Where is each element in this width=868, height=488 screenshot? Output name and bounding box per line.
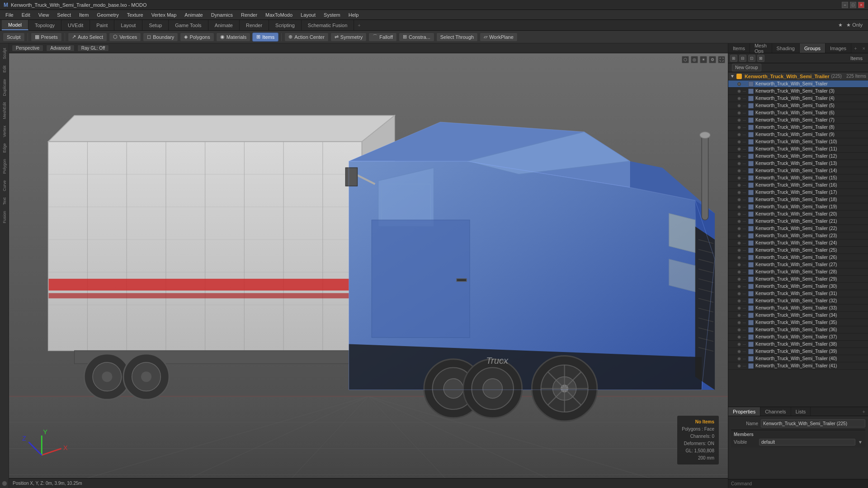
left-tab-polygon[interactable]: Polygon [1, 156, 8, 177]
sculpt-button[interactable]: Sculpt [3, 33, 25, 42]
menu-layout[interactable]: Layout [297, 11, 319, 19]
menu-maxtomodo[interactable]: MaxToModo [262, 11, 296, 19]
maximize-button[interactable]: □ [850, 2, 856, 8]
menu-view[interactable]: View [35, 11, 53, 19]
tab-game-tools[interactable]: Game Tools [169, 20, 208, 30]
work-plane-button[interactable]: ▱ WorkPlane [480, 33, 518, 42]
close-button[interactable]: × [858, 2, 864, 8]
left-tab-meshedit[interactable]: MeshEdit [1, 99, 8, 122]
command-input[interactable] [731, 481, 865, 486]
tree-group-header[interactable]: ▼ Kenworth_Truck_With_Semi_Trailer (225)… [728, 72, 868, 80]
advanced-button[interactable]: Advanced [46, 45, 74, 52]
left-tab-fusion[interactable]: Fusion [1, 208, 8, 226]
rp-tab-mesh-ops[interactable]: Mesh Ops [750, 43, 772, 53]
rp-tab-add-button[interactable]: + [851, 43, 859, 53]
boundary-button[interactable]: ◻ Boundary [143, 33, 178, 42]
tree-item[interactable]: —Kenworth_Truck_With_Semi_Trailer (37) [728, 333, 868, 341]
rp-tab-images[interactable]: Images [826, 43, 851, 53]
tree-item[interactable]: —Kenworth_Truck_With_Semi_Trailer (26) [728, 254, 868, 261]
menu-dynamics[interactable]: Dynamics [208, 11, 236, 19]
menu-vertex-map[interactable]: Vertex Map [148, 11, 180, 19]
items-tool-2[interactable]: ⊟ [739, 55, 746, 62]
polygons-button[interactable]: ◈ Polygons [180, 33, 214, 42]
tree-item[interactable]: —Kenworth_Truck_With_Semi_Trailer (27) [728, 261, 868, 268]
action-center-button[interactable]: ⊕ Action Center [284, 33, 329, 42]
left-tab-curve[interactable]: Curve [1, 178, 8, 194]
tab-animate[interactable]: Animate [208, 20, 240, 30]
tree-item[interactable]: —Kenworth_Truck_With_Semi_Trailer [728, 80, 868, 88]
tab-topology[interactable]: Topology [28, 20, 61, 30]
tree-item[interactable]: —Kenworth_Truck_With_Semi_Trailer (32) [728, 297, 868, 305]
select-through-button[interactable]: Select Through [436, 33, 478, 42]
menu-geometry[interactable]: Geometry [93, 11, 122, 19]
rp-tab-groups[interactable]: Groups [800, 43, 826, 53]
tree-item[interactable]: —Kenworth_Truck_With_Semi_Trailer (33) [728, 305, 868, 312]
minimize-button[interactable]: − [842, 2, 848, 8]
tab-add-button[interactable]: + [354, 20, 364, 30]
tree-item[interactable]: —Kenworth_Truck_With_Semi_Trailer (40) [728, 355, 868, 362]
tree-item[interactable]: —Kenworth_Truck_With_Semi_Trailer (11) [728, 145, 868, 153]
camera-icon[interactable]: ◎ [691, 56, 698, 63]
left-tab-duplicate[interactable]: Duplicate [1, 76, 8, 99]
bt-tab-add-button[interactable]: + [860, 407, 868, 416]
tree-item[interactable]: —Kenworth_Truck_With_Semi_Trailer (38) [728, 341, 868, 348]
menu-render[interactable]: Render [237, 11, 261, 19]
menu-file[interactable]: File [2, 11, 17, 19]
items-tree[interactable]: ▼ Kenworth_Truck_With_Semi_Trailer (225)… [728, 72, 868, 407]
left-tab-sculpt[interactable]: Sculpt [1, 45, 8, 62]
auto-select-button[interactable]: ↗ Auto Select [68, 33, 107, 42]
tab-render[interactable]: Render [240, 20, 269, 30]
falloff-button[interactable]: ⌒ Falloff [368, 33, 397, 42]
tree-item[interactable]: —Kenworth_Truck_With_Semi_Trailer (19) [728, 203, 868, 211]
perspective-button[interactable]: Perspective [12, 45, 43, 52]
tree-item[interactable]: —Kenworth_Truck_With_Semi_Trailer (41) [728, 362, 868, 370]
rp-tab-items[interactable]: Items [728, 43, 750, 53]
tree-item[interactable]: —Kenworth_Truck_With_Semi_Trailer (21) [728, 218, 868, 225]
tree-item[interactable]: —Kenworth_Truck_With_Semi_Trailer (22) [728, 225, 868, 232]
tree-item[interactable]: —Kenworth_Truck_With_Semi_Trailer (7) [728, 117, 868, 124]
tab-uvedit[interactable]: UVEdit [61, 20, 90, 30]
tree-item[interactable]: —Kenworth_Truck_With_Semi_Trailer (25) [728, 247, 868, 254]
tree-item[interactable]: —Kenworth_Truck_With_Semi_Trailer (15) [728, 174, 868, 182]
ray-gl-button[interactable]: Ray GL: Off [77, 45, 109, 52]
tree-item[interactable]: —Kenworth_Truck_With_Semi_Trailer (30) [728, 283, 868, 290]
menu-edit[interactable]: Edit [18, 11, 34, 19]
rp-tab-shading[interactable]: Shading [772, 43, 800, 53]
bt-tab-channels[interactable]: Channels [760, 407, 791, 416]
tree-item[interactable]: —Kenworth_Truck_With_Semi_Trailer (39) [728, 348, 868, 355]
tree-item[interactable]: —Kenworth_Truck_With_Semi_Trailer (36) [728, 326, 868, 333]
viewport-canvas[interactable]: Trucx X Y Z ⬡ ◎ ☀ ⚙ ⛶ [9, 53, 728, 478]
tree-item[interactable]: —Kenworth_Truck_With_Semi_Trailer (31) [728, 290, 868, 297]
bt-tab-lists[interactable]: Lists [791, 407, 811, 416]
tab-model[interactable]: Model [2, 20, 28, 30]
tree-item[interactable]: —Kenworth_Truck_With_Semi_Trailer (35) [728, 319, 868, 326]
menu-system[interactable]: System [320, 11, 344, 19]
tree-item[interactable]: —Kenworth_Truck_With_Semi_Trailer (12) [728, 153, 868, 160]
tree-item[interactable]: —Kenworth_Truck_With_Semi_Trailer (14) [728, 167, 868, 174]
tab-paint[interactable]: Paint [90, 20, 114, 30]
menu-item[interactable]: Item [75, 11, 92, 19]
tree-item[interactable]: —Kenworth_Truck_With_Semi_Trailer (34) [728, 312, 868, 319]
tree-item[interactable]: —Kenworth_Truck_With_Semi_Trailer (5) [728, 102, 868, 109]
left-tab-edit[interactable]: Edit [1, 63, 8, 75]
left-tab-edge[interactable]: Edge [1, 141, 8, 155]
items-tool-4[interactable]: ⊠ [757, 55, 764, 62]
items-tool-1[interactable]: ⊞ [730, 55, 737, 62]
tree-item[interactable]: —Kenworth_Truck_With_Semi_Trailer (3) [728, 88, 868, 95]
tree-item[interactable]: —Kenworth_Truck_With_Semi_Trailer (29) [728, 276, 868, 283]
items-button[interactable]: ⊞ Items [252, 33, 278, 42]
menu-help[interactable]: Help [345, 11, 363, 19]
menu-animate[interactable]: Animate [181, 11, 206, 19]
tree-item[interactable]: —Kenworth_Truck_With_Semi_Trailer (17) [728, 189, 868, 196]
left-tab-text[interactable]: Text [1, 195, 8, 208]
expand-icon[interactable]: ▼ [858, 440, 863, 445]
tab-setup[interactable]: Setup [142, 20, 169, 30]
tab-layout[interactable]: Layout [114, 20, 142, 30]
presets-button[interactable]: ▦ Presets [31, 33, 62, 42]
light-icon[interactable]: ☀ [700, 56, 707, 63]
tab-scripting[interactable]: Scripting [269, 20, 302, 30]
menu-select[interactable]: Select [53, 11, 75, 19]
vertices-button[interactable]: ⬡ Vertices [109, 33, 141, 42]
tab-schematic-fusion[interactable]: Schematic Fusion [302, 20, 354, 30]
tree-item[interactable]: —Kenworth_Truck_With_Semi_Trailer (4) [728, 95, 868, 102]
